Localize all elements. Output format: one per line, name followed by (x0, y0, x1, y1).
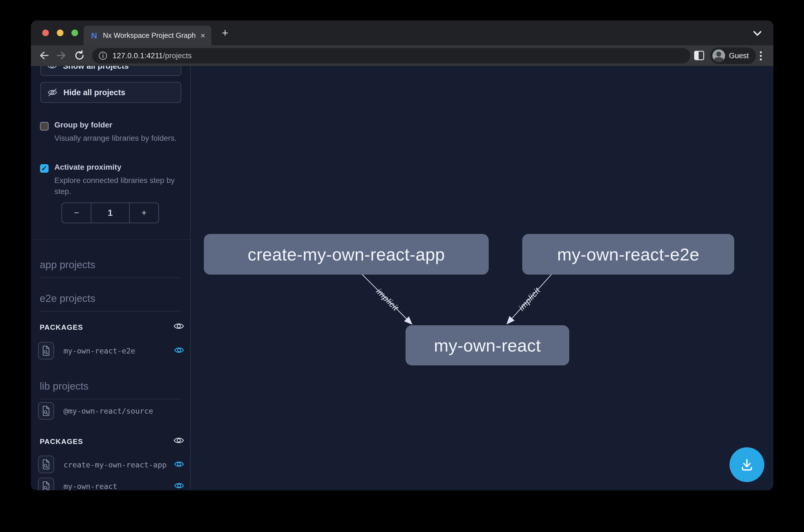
tab-nx-project-graph[interactable]: N Nx Workspace Project Graph × (83, 26, 211, 45)
focus-project-button[interactable] (38, 402, 54, 420)
browser-menu-icon[interactable] (760, 50, 762, 62)
project-visible-eye-icon[interactable] (174, 460, 184, 469)
project-visible-eye-icon[interactable] (174, 346, 184, 355)
back-button[interactable] (37, 49, 50, 62)
project-name[interactable]: my-own-react-e2e (63, 346, 135, 355)
proximity-depth-value: 1 (91, 203, 129, 223)
profile-name: Guest (729, 52, 749, 60)
screen: N Nx Workspace Project Graph × + (0, 0, 804, 532)
avatar (712, 50, 725, 62)
browser-toolbar: 127.0.0.1:4211/projects Guest (31, 45, 773, 66)
download-icon (739, 456, 755, 473)
proximity-depth-stepper: − 1 + (61, 203, 159, 223)
group-by-folder-label: Group by folder (54, 120, 112, 129)
section-app-projects: app projects (40, 259, 95, 271)
project-name[interactable]: create-my-own-react-app (63, 460, 167, 469)
address-bar[interactable]: 127.0.0.1:4211/projects (92, 48, 690, 63)
show-all-projects-label: Show all projects (63, 66, 129, 71)
toggle-packages-visibility-icon[interactable] (173, 321, 184, 331)
project-graph-canvas[interactable]: implicit implicit create-my-own-react-ap… (191, 66, 773, 490)
browser-window: N Nx Workspace Project Graph × + (31, 20, 773, 490)
decrement-button[interactable]: − (62, 203, 91, 223)
toggle-packages-visibility-icon[interactable] (173, 436, 184, 445)
file-search-icon (42, 481, 51, 490)
focus-project-button[interactable] (38, 478, 54, 490)
packages-heading: PACKAGES (40, 437, 83, 446)
project-name[interactable]: @my-own-react/source (63, 407, 153, 415)
tab-close-icon[interactable]: × (200, 32, 205, 40)
packages-heading: PACKAGES (40, 323, 83, 332)
tab-title: Nx Workspace Project Graph (103, 31, 196, 40)
site-info-icon[interactable] (98, 51, 108, 60)
section-e2e-projects: e2e projects (40, 293, 95, 304)
activate-proximity-checkbox[interactable]: ✓ (40, 164, 49, 173)
tab-strip: N Nx Workspace Project Graph × + (31, 20, 773, 45)
node-my-own-react-e2e[interactable]: my-own-react-e2e (522, 234, 734, 274)
activate-proximity-description: Explore connected libraries step by step… (54, 175, 184, 197)
project-name[interactable]: my-own-react (63, 482, 117, 490)
profile-button[interactable]: Guest (710, 48, 756, 64)
node-my-own-react[interactable]: my-own-react (406, 325, 569, 365)
section-rule (40, 399, 181, 399)
group-by-folder-description: Visually arrange libraries by folders. (54, 133, 184, 144)
eye-off-icon (47, 88, 57, 97)
graph-edges (191, 66, 773, 490)
focus-project-button[interactable] (38, 342, 54, 360)
hide-all-projects-button[interactable]: Hide all projects (40, 82, 181, 103)
focus-project-button[interactable] (38, 456, 54, 473)
reload-button[interactable] (73, 49, 86, 62)
zoom-window-button[interactable] (72, 30, 78, 36)
node-create-my-own-react-app[interactable]: create-my-own-react-app (204, 234, 489, 274)
section-rule (40, 277, 181, 278)
increment-button[interactable]: + (129, 203, 158, 223)
file-search-icon (42, 459, 51, 470)
sidebar-divider (31, 240, 190, 240)
show-all-projects-button[interactable]: Show all projects (40, 66, 181, 76)
group-by-folder-checkbox[interactable] (40, 122, 49, 131)
nx-logo-icon: N (90, 31, 98, 40)
side-panel-icon[interactable] (694, 51, 704, 60)
file-search-icon (42, 406, 51, 416)
minimize-window-button[interactable] (57, 30, 63, 36)
section-lib-projects: lib projects (40, 381, 89, 392)
project-visible-eye-icon[interactable] (174, 481, 184, 490)
hide-all-projects-label: Hide all projects (63, 88, 125, 97)
forward-button[interactable] (55, 49, 69, 62)
section-rule (40, 311, 181, 311)
eye-icon (47, 66, 57, 70)
sidebar: Show all projects Hide all projects Grou… (31, 66, 190, 490)
page-content: Show all projects Hide all projects Grou… (31, 66, 773, 490)
download-graph-button[interactable] (729, 447, 764, 482)
close-window-button[interactable] (42, 30, 49, 36)
tab-search-chevron-icon[interactable] (752, 30, 762, 36)
activate-proximity-label: Activate proximity (54, 163, 121, 172)
file-search-icon (42, 345, 51, 356)
new-tab-button[interactable]: + (222, 28, 228, 38)
url-text: 127.0.0.1:4211/projects (113, 52, 192, 60)
